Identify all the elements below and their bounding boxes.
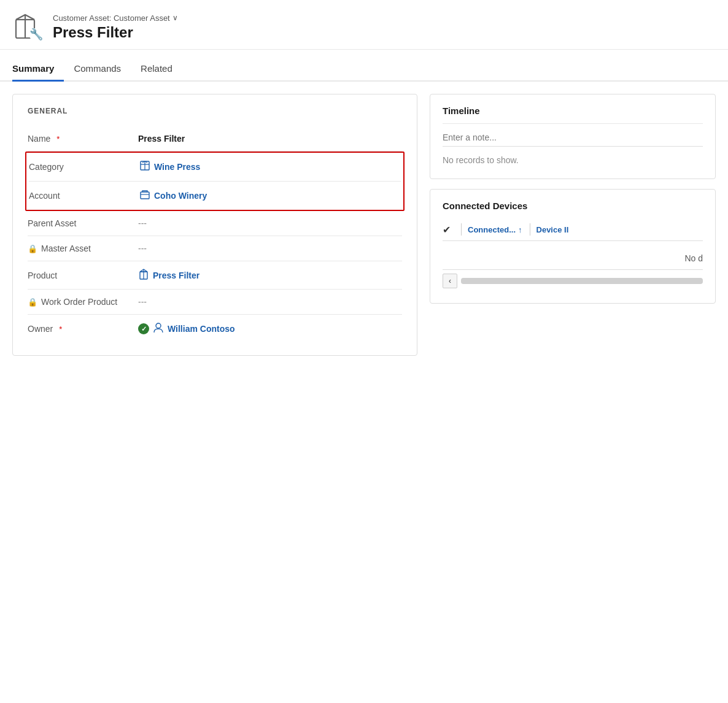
owner-check-icon: ✓ — [138, 323, 149, 334]
main-content: GENERAL Name * Press Filter Category — [0, 82, 728, 368]
devices-no-records: No d — [443, 244, 703, 269]
account-icon — [139, 189, 150, 202]
svg-point-13 — [156, 323, 161, 328]
field-row-name: Name * Press Filter — [28, 126, 402, 152]
svg-rect-8 — [141, 192, 149, 199]
tab-commands[interactable]: Commands — [74, 57, 131, 82]
field-row-category: Category Wine Press — [29, 153, 401, 182]
general-form: GENERAL Name * Press Filter Category — [12, 94, 417, 356]
tab-related[interactable]: Related — [141, 57, 182, 82]
field-value-product[interactable]: Press Filter — [138, 269, 199, 282]
field-value-name: Press Filter — [138, 134, 185, 144]
scroll-bar-area: ‹ — [443, 269, 703, 292]
scroll-track[interactable] — [461, 278, 703, 284]
devices-check-col[interactable]: ✔ — [443, 224, 461, 236]
connected-devices-title: Connected Devices — [443, 201, 703, 211]
svg-text:🔧: 🔧 — [29, 28, 44, 41]
page-title: Press Filter — [53, 24, 178, 41]
field-label-category: Category — [29, 162, 139, 172]
field-label-work-order-product: 🔒 Work Order Product — [28, 297, 138, 307]
timeline-no-records: No records to show. — [443, 153, 703, 167]
timeline-card: Timeline No records to show. — [430, 94, 716, 179]
field-label-product: Product — [28, 271, 138, 280]
page-header: 🔧 Customer Asset: Customer Asset ∨ Press… — [0, 0, 728, 50]
chevron-down-icon[interactable]: ∨ — [172, 13, 178, 22]
scroll-left-button[interactable]: ‹ — [443, 274, 457, 288]
field-value-owner[interactable]: ✓ William Contoso — [138, 322, 235, 336]
product-icon — [138, 269, 149, 282]
highlight-section: Category Wine Press — [25, 152, 405, 211]
field-row-work-order-product: 🔒 Work Order Product --- — [28, 290, 402, 315]
field-value-work-order-product: --- — [138, 297, 147, 307]
connected-devices-card: Connected Devices ✔ Connected... ↑ Devic… — [430, 189, 716, 304]
required-star-owner: * — [59, 325, 62, 334]
field-value-category[interactable]: Wine Press — [139, 160, 200, 174]
category-icon — [139, 160, 150, 174]
field-label-account: Account — [29, 191, 139, 201]
field-label-master-asset: 🔒 Master Asset — [28, 244, 138, 253]
lock-icon-wop: 🔒 — [28, 298, 37, 307]
devices-col-connected[interactable]: Connected... ↑ — [468, 225, 522, 234]
sort-asc-icon: ↑ — [518, 225, 522, 234]
breadcrumb[interactable]: Customer Asset: Customer Asset ∨ — [53, 13, 178, 23]
field-row-master-asset: 🔒 Master Asset --- — [28, 236, 402, 261]
section-title-general: GENERAL — [28, 107, 402, 115]
timeline-title: Timeline — [443, 106, 703, 116]
devices-col-device-id[interactable]: Device II — [536, 225, 569, 234]
breadcrumb-text: Customer Asset: Customer Asset — [53, 13, 170, 23]
field-row-owner: Owner * ✓ William Contoso — [28, 315, 402, 343]
field-row-product: Product Press Filter — [28, 261, 402, 290]
field-label-name: Name * — [28, 134, 138, 144]
devices-table-header: ✔ Connected... ↑ Device II — [443, 218, 703, 241]
field-value-account[interactable]: Coho Winery — [139, 189, 207, 202]
entity-icon: 🔧 — [12, 11, 44, 43]
header-text: Customer Asset: Customer Asset ∨ Press F… — [53, 13, 178, 41]
field-row-parent-asset: Parent Asset --- — [28, 211, 402, 236]
tab-bar: Summary Commands Related — [0, 56, 728, 82]
field-row-account: Account Coho Winery — [29, 182, 401, 210]
tab-summary[interactable]: Summary — [12, 57, 64, 82]
field-label-owner: Owner * — [28, 324, 138, 334]
timeline-note-input[interactable] — [443, 129, 703, 147]
field-value-master-asset: --- — [138, 244, 147, 253]
right-panel: Timeline No records to show. Connected D… — [430, 94, 716, 304]
required-star-name: * — [56, 134, 60, 144]
lock-icon-master: 🔒 — [28, 244, 37, 253]
owner-user-icon — [153, 322, 164, 336]
field-label-parent-asset: Parent Asset — [28, 218, 138, 228]
field-value-parent-asset: --- — [138, 218, 147, 228]
